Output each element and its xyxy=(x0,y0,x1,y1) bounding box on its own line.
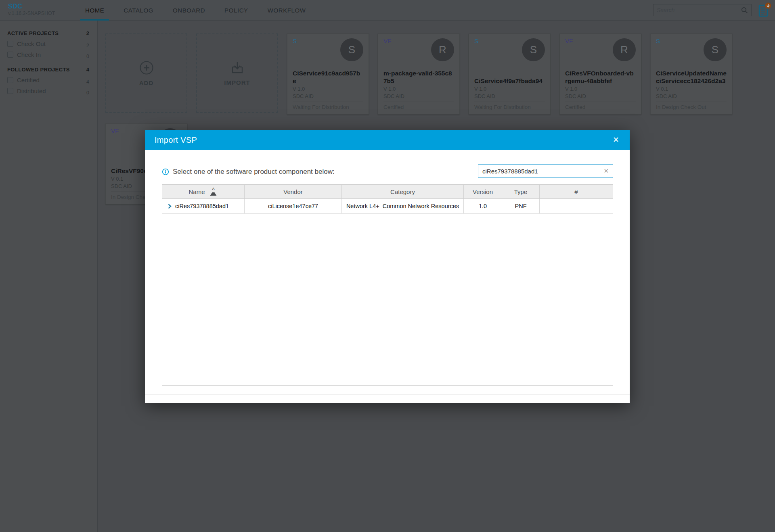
column-header-vendor[interactable]: Vendor xyxy=(245,185,342,198)
vsp-filter-box: ✕ xyxy=(478,164,613,178)
vsp-type: PNF xyxy=(502,199,540,213)
vsp-table-header: Name ^ Vendor Category Version Type # xyxy=(162,185,613,199)
modal-title: Import VSP xyxy=(155,136,197,145)
column-header-name[interactable]: Name ^ xyxy=(162,185,245,198)
vsp-version: 1.0 xyxy=(464,199,502,213)
vsp-hash xyxy=(540,199,613,213)
sort-ascending-icon[interactable]: ^ xyxy=(209,188,218,196)
vsp-table: Name ^ Vendor Category Version Type # ci… xyxy=(162,184,613,386)
vsp-filter-input[interactable] xyxy=(478,168,599,175)
column-header-category[interactable]: Category xyxy=(342,185,464,198)
import-vsp-modal: Import VSP ✕ Select one of the software … xyxy=(145,130,630,403)
vsp-vendor: ciLicense1e47ce77 xyxy=(245,199,342,213)
column-header-hash[interactable]: # xyxy=(540,185,613,198)
close-icon[interactable]: ✕ xyxy=(610,134,622,146)
vsp-category: Network L4+ Common Network Resources xyxy=(342,199,464,213)
info-icon xyxy=(162,168,169,175)
modal-instruction: Select one of the software product compo… xyxy=(173,168,335,176)
modal-header: Import VSP ✕ xyxy=(145,130,630,150)
vsp-table-row[interactable]: ciRes79378885dad1 ciLicense1e47ce77 Netw… xyxy=(162,199,613,214)
column-header-type[interactable]: Type xyxy=(502,185,540,198)
vsp-name: ciRes79378885dad1 xyxy=(175,203,229,209)
column-header-version[interactable]: Version xyxy=(464,185,502,198)
expand-chevron-icon[interactable] xyxy=(168,204,172,209)
clear-filter-icon[interactable]: ✕ xyxy=(599,167,613,175)
modal-footer-divider xyxy=(145,394,630,394)
